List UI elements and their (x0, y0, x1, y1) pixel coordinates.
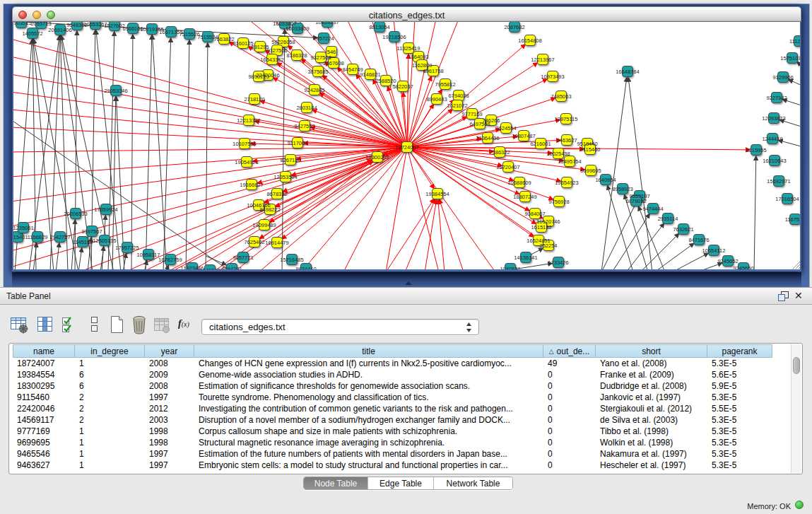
cell-name: 9777169 (13, 426, 75, 436)
node-label: 1405572 (22, 30, 42, 37)
citation-edge[interactable] (146, 35, 152, 269)
citation-edge[interactable] (131, 35, 133, 269)
citation-edge-selected[interactable] (13, 39, 407, 147)
node-label: 1112803 (789, 38, 801, 45)
citation-edge[interactable] (56, 243, 59, 269)
citation-edge-selected[interactable] (13, 92, 407, 147)
close-icon[interactable]: ✕ (794, 290, 803, 301)
column-header-pagerank[interactable]: pagerank (707, 344, 772, 358)
citation-edge[interactable] (612, 214, 649, 269)
window-titlebar[interactable]: citations_edges.txt (12, 6, 801, 22)
citation-edge-selected[interactable] (407, 147, 439, 269)
float-window-icon[interactable] (778, 291, 789, 301)
memory-status: Memory: OK (747, 502, 791, 510)
node-label: 1615132 (531, 224, 551, 230)
column-header-title[interactable]: title (194, 344, 543, 358)
citation-edge[interactable] (628, 78, 652, 269)
vertical-scrollbar[interactable] (791, 344, 801, 473)
node-label: 10107554 (233, 141, 256, 147)
citation-edge[interactable] (601, 201, 637, 269)
new-document-icon[interactable] (107, 315, 126, 334)
citation-edge-selected[interactable] (282, 147, 407, 239)
citation-edge[interactable] (601, 78, 627, 269)
tab-edge-table[interactable]: Edge Table (367, 477, 433, 489)
window-shadow (12, 272, 801, 288)
cell-in_degree: 1 (75, 449, 145, 459)
table-panel: f(x) citations_edges.txt namein_degreeye… (0, 305, 812, 514)
citation-edge[interactable] (640, 233, 679, 269)
cell-in_degree: 1 (75, 426, 145, 436)
node-label: 8427552 (294, 123, 314, 129)
citation-edge-selected[interactable] (142, 160, 372, 269)
node-label: 16033809 (286, 25, 309, 32)
node-label: 1080841 (500, 266, 520, 270)
node-label: 12505135 (93, 238, 116, 244)
table-options-icon[interactable] (10, 315, 28, 334)
citation-edge[interactable] (78, 248, 82, 269)
column-header-short[interactable]: short (596, 344, 707, 358)
delete-table-icon[interactable] (153, 315, 171, 334)
citation-edge-selected[interactable] (343, 147, 407, 269)
node-label: 8215955 (746, 147, 766, 153)
column-header-label: pagerank (722, 346, 757, 356)
cells-icon[interactable] (86, 315, 104, 334)
citation-edge-selected[interactable] (13, 147, 407, 267)
cell-pagerank: 5.3E-5 (707, 426, 772, 436)
node-label: 8990443 (426, 96, 447, 103)
node-label: 19654923 (555, 180, 578, 186)
cell-year: 2008 (145, 381, 194, 391)
cell-name: 9463627 (13, 460, 75, 470)
node-label: 1235061 (13, 225, 34, 231)
node-label: 18495754 (558, 158, 581, 165)
tab-network-table[interactable]: Network Table (433, 477, 512, 489)
node-label: 252254 (539, 243, 557, 249)
node-table[interactable]: namein_degreeyeartitle△out_de...shortpag… (8, 343, 803, 474)
split-pane-handle-icon[interactable] (405, 281, 412, 285)
node-label: 9227342 (766, 95, 787, 101)
cell-out_de: 0 (543, 392, 596, 402)
node-label: 9245012 (199, 267, 220, 270)
tab-node-table[interactable]: Node Table (304, 477, 367, 489)
cell-title: Investigating the contribution of common… (194, 404, 543, 414)
table-selector-dropdown[interactable]: citations_edges.txt (201, 319, 479, 335)
cell-in_degree: 1 (75, 358, 145, 368)
node-label: 1244419 (762, 136, 782, 142)
column-header-label: title (362, 346, 375, 356)
node-label: 18300295 (365, 154, 389, 160)
cell-short: de Silva et al. (2003) (596, 415, 707, 425)
citation-edge-selected[interactable] (386, 147, 407, 269)
citation-edge[interactable] (163, 38, 171, 269)
column-header-out_de[interactable]: △out_de... (543, 344, 596, 358)
network-canvas[interactable]: 1903515205571314055722069140690483021065… (13, 22, 801, 269)
citation-edge-selected[interactable] (407, 147, 560, 181)
cell-short: Franke et al. (2009) (596, 370, 707, 380)
citation-edge[interactable] (206, 256, 226, 264)
citation-edge[interactable] (186, 40, 189, 269)
node-label: 10688609 (507, 180, 531, 186)
delete-icon[interactable] (130, 315, 148, 334)
citation-edge[interactable] (797, 62, 801, 67)
citation-edge[interactable] (754, 156, 756, 269)
citation-network-graph[interactable]: 1903515205571314055722069140690483021065… (13, 22, 801, 269)
citation-edge[interactable] (282, 30, 285, 269)
citation-edge-selected[interactable] (13, 147, 407, 251)
column-header-in_degree[interactable]: in_degree (75, 344, 145, 358)
citation-edge[interactable] (654, 243, 694, 269)
node-label: 1864093 (408, 54, 428, 60)
table-tabs: Node TableEdge TableNetwork Table (303, 477, 513, 490)
citation-edge[interactable] (789, 80, 801, 86)
node-label: 10807487 (512, 133, 535, 139)
node-label: 15716485 (280, 257, 303, 263)
column-header-name[interactable]: name (13, 344, 75, 358)
node-label: 1156829 (28, 234, 48, 240)
function-builder-icon[interactable]: f(x) (178, 315, 196, 334)
node-label: 1640954 (595, 177, 616, 183)
citation-edge-selected[interactable] (13, 147, 407, 201)
network-view-window[interactable]: citations_edges.txt 19035152055713140557… (12, 6, 801, 271)
select-rows-icon[interactable] (61, 315, 79, 334)
column-header-year[interactable]: year (145, 344, 194, 358)
scrollbar-thumb[interactable] (793, 357, 800, 374)
node-label: 10654112 (702, 247, 726, 254)
citation-edge-selected[interactable] (438, 200, 445, 269)
show-column-icon[interactable] (36, 315, 54, 334)
